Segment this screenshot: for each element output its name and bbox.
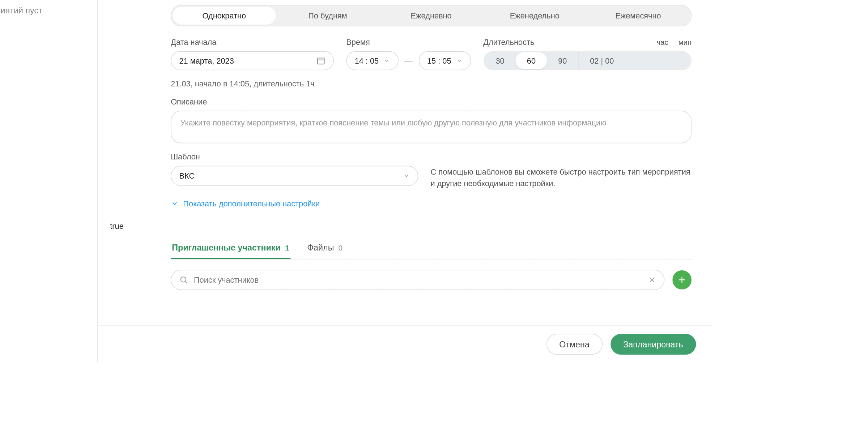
- time-start-picker[interactable]: 14 : 05: [346, 51, 398, 70]
- add-participant-button[interactable]: +: [672, 270, 692, 290]
- recurrence-weekly[interactable]: Еженедельно: [483, 7, 586, 25]
- svg-line-18: [186, 282, 187, 283]
- hours-unit-label: час: [657, 38, 668, 47]
- recurrence-weekdays[interactable]: По будням: [276, 7, 379, 25]
- recurrence-daily[interactable]: Ежедневно: [379, 7, 483, 25]
- duration-custom[interactable]: 02 | 00: [578, 52, 625, 69]
- start-date-picker[interactable]: 21 марта, 2023: [171, 51, 334, 70]
- events-list-column: Мероприятия ID + 21 марта 2023 · 1 ч чер…: [0, 0, 98, 363]
- tab-count: 0: [339, 244, 342, 252]
- time-end-picker[interactable]: 15 : 05: [419, 51, 471, 70]
- recurrence-monthly[interactable]: Ежемесячно: [586, 7, 690, 25]
- tab-participants[interactable]: Приглашенные участники 1: [171, 238, 290, 259]
- start-date-label: Дата начала: [171, 38, 334, 47]
- cancel-button[interactable]: Отмена: [546, 334, 602, 355]
- tab-count: 1: [285, 244, 289, 252]
- form-tabs: Приглашенные участники 1 Файлы 0: [171, 238, 692, 260]
- schedule-button[interactable]: Запланировать: [610, 334, 696, 355]
- chevron-down-icon: [403, 172, 410, 179]
- search-icon: [179, 275, 188, 284]
- debug-true-text: true: [110, 222, 692, 231]
- time-end-value: 15 : 05: [427, 56, 451, 65]
- chevron-down-icon: [383, 57, 390, 64]
- template-help-text: С помощью шаблонов вы сможете быстро нас…: [431, 166, 692, 189]
- duration-picker: 30 60 90 02 | 00: [483, 51, 692, 70]
- svg-point-17: [181, 277, 186, 282]
- time-start-value: 14 : 05: [355, 56, 379, 65]
- empty-list-message: Список мероприятий пуст: [0, 0, 97, 26]
- description-input[interactable]: [171, 111, 692, 143]
- participant-search[interactable]: [171, 270, 664, 290]
- show-more-label: Показать дополнительные настройки: [183, 199, 320, 208]
- duration-label: Длительность: [483, 38, 534, 47]
- show-more-settings[interactable]: Показать дополнительные настройки: [171, 199, 692, 208]
- time-label: Время: [346, 38, 471, 47]
- tab-files[interactable]: Файлы 0: [306, 238, 344, 259]
- mins-unit-label: мин: [678, 38, 692, 47]
- form-footer: Отмена Запланировать: [98, 325, 713, 363]
- participant-search-input[interactable]: [194, 275, 643, 284]
- clear-icon[interactable]: [648, 276, 656, 284]
- duration-30[interactable]: 30: [484, 52, 515, 69]
- tab-label: Файлы: [307, 243, 334, 252]
- chevron-down-icon: [171, 200, 179, 207]
- chevron-down-icon: [456, 57, 463, 64]
- svg-rect-15: [318, 58, 324, 64]
- duration-90[interactable]: 90: [547, 52, 578, 69]
- template-label: Шаблон: [171, 152, 692, 161]
- schedule-summary: 21.03, начало в 14:05, длительность 1ч: [171, 79, 692, 88]
- recurrence-once[interactable]: Однократно: [173, 7, 276, 25]
- description-label: Описание: [171, 97, 692, 106]
- recurrence-segmented: Однократно По будням Ежедневно Еженедель…: [171, 5, 692, 26]
- calendar-icon: [316, 56, 326, 65]
- template-select[interactable]: ВКС: [171, 166, 418, 186]
- template-value: ВКС: [179, 171, 195, 180]
- time-dash: —: [404, 56, 413, 66]
- start-date-value: 21 марта, 2023: [179, 56, 234, 65]
- duration-60[interactable]: 60: [516, 52, 547, 69]
- tab-label: Приглашенные участники: [172, 243, 281, 252]
- event-form: Создание мероприятия черновик Название О…: [98, 0, 713, 363]
